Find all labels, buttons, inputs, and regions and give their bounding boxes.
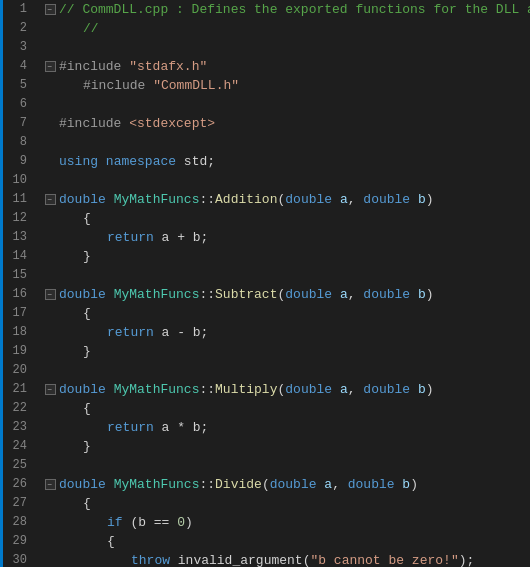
token xyxy=(106,380,114,399)
fold-button-21[interactable]: − xyxy=(45,384,56,395)
fold-button-4[interactable]: − xyxy=(45,61,56,72)
token: throw xyxy=(131,551,170,567)
token: "b cannot be zero!" xyxy=(310,551,458,567)
token: Addition xyxy=(215,190,277,209)
token: <stdexcept> xyxy=(129,114,215,133)
fold-button-16[interactable]: − xyxy=(45,289,56,300)
token: } xyxy=(83,437,91,456)
token: return xyxy=(107,228,154,247)
token: double xyxy=(270,475,317,494)
token: double xyxy=(59,475,106,494)
code-line-18: return a - b; xyxy=(41,323,530,342)
token: ( xyxy=(277,190,285,209)
token: { xyxy=(83,304,91,323)
line-number-27: 27 xyxy=(3,494,27,513)
line-number-2: 2 xyxy=(3,19,27,38)
line-number-3: 3 xyxy=(3,38,27,57)
fold-button-11[interactable]: − xyxy=(45,194,56,205)
code-line-21: −double MyMathFuncs::Multiply(double a, … xyxy=(41,380,530,399)
code-line-4: −#include "stdafx.h" xyxy=(41,57,530,76)
token: MyMathFuncs xyxy=(114,475,200,494)
token: double xyxy=(363,285,410,304)
line-number-25: 25 xyxy=(3,456,27,475)
token: ) xyxy=(410,475,418,494)
line-number-17: 17 xyxy=(3,304,27,323)
token: double xyxy=(59,285,106,304)
code-editor: 1234567891011121314151617181920212223242… xyxy=(0,0,530,567)
token xyxy=(410,380,418,399)
token xyxy=(106,190,114,209)
token: if xyxy=(107,513,123,532)
code-line-13: return a + b; xyxy=(41,228,530,247)
token: #include xyxy=(83,76,153,95)
line-number-8: 8 xyxy=(3,133,27,152)
fold-col-4: − xyxy=(41,61,59,72)
token: MyMathFuncs xyxy=(114,285,200,304)
token: ) xyxy=(426,380,434,399)
code-line-11: −double MyMathFuncs::Addition(double a, … xyxy=(41,190,530,209)
token: return xyxy=(107,418,154,437)
fold-col-21: − xyxy=(41,384,59,395)
fold-button-1[interactable]: − xyxy=(45,4,56,15)
token: double xyxy=(285,380,332,399)
code-line-9: using namespace std; xyxy=(41,152,530,171)
line-number-19: 19 xyxy=(3,342,27,361)
line-number-28: 28 xyxy=(3,513,27,532)
code-line-20 xyxy=(41,361,530,380)
token: b xyxy=(402,475,410,494)
token: (b == xyxy=(123,513,178,532)
line-number-15: 15 xyxy=(3,266,27,285)
token: double xyxy=(363,380,410,399)
code-line-15 xyxy=(41,266,530,285)
code-line-2: // xyxy=(41,19,530,38)
token: MyMathFuncs xyxy=(114,190,200,209)
code-line-26: −double MyMathFuncs::Divide(double a, do… xyxy=(41,475,530,494)
line-number-4: 4 xyxy=(3,57,27,76)
token: double xyxy=(348,475,395,494)
code-line-24: } xyxy=(41,437,530,456)
line-number-5: 5 xyxy=(3,76,27,95)
token xyxy=(317,475,325,494)
line-number-9: 9 xyxy=(3,152,27,171)
token xyxy=(106,285,114,304)
code-line-23: return a * b; xyxy=(41,418,530,437)
fold-col-26: − xyxy=(41,479,59,490)
code-line-7: #include <stdexcept> xyxy=(41,114,530,133)
token: double xyxy=(285,190,332,209)
line-number-22: 22 xyxy=(3,399,27,418)
token: double xyxy=(363,190,410,209)
token: a * b; xyxy=(154,418,209,437)
code-line-28: if (b == 0) xyxy=(41,513,530,532)
token xyxy=(332,380,340,399)
token: #include xyxy=(59,114,129,133)
token: { xyxy=(83,399,91,418)
code-line-17: { xyxy=(41,304,530,323)
token: :: xyxy=(199,285,215,304)
code-line-29: { xyxy=(41,532,530,551)
token: , xyxy=(332,475,348,494)
token: { xyxy=(83,494,91,513)
token: ) xyxy=(426,190,434,209)
token: b xyxy=(418,285,426,304)
token: , xyxy=(348,285,364,304)
token: // xyxy=(83,19,99,38)
line-number-30: 30 xyxy=(3,551,27,567)
token: using xyxy=(59,152,98,171)
line-number-1: 1 xyxy=(3,0,27,19)
line-number-14: 14 xyxy=(3,247,27,266)
token: return xyxy=(107,323,154,342)
code-content: −// CommDLL.cpp : Defines the exported f… xyxy=(33,0,530,567)
token: Subtract xyxy=(215,285,277,304)
token: ( xyxy=(277,285,285,304)
token: "CommDLL.h" xyxy=(153,76,239,95)
line-number-6: 6 xyxy=(3,95,27,114)
token: a - b; xyxy=(154,323,209,342)
code-line-22: { xyxy=(41,399,530,418)
fold-button-26[interactable]: − xyxy=(45,479,56,490)
code-line-12: { xyxy=(41,209,530,228)
code-line-30: throw invalid_argument("b cannot be zero… xyxy=(41,551,530,567)
code-line-8 xyxy=(41,133,530,152)
line-number-20: 20 xyxy=(3,361,27,380)
token: b xyxy=(418,380,426,399)
line-number-29: 29 xyxy=(3,532,27,551)
